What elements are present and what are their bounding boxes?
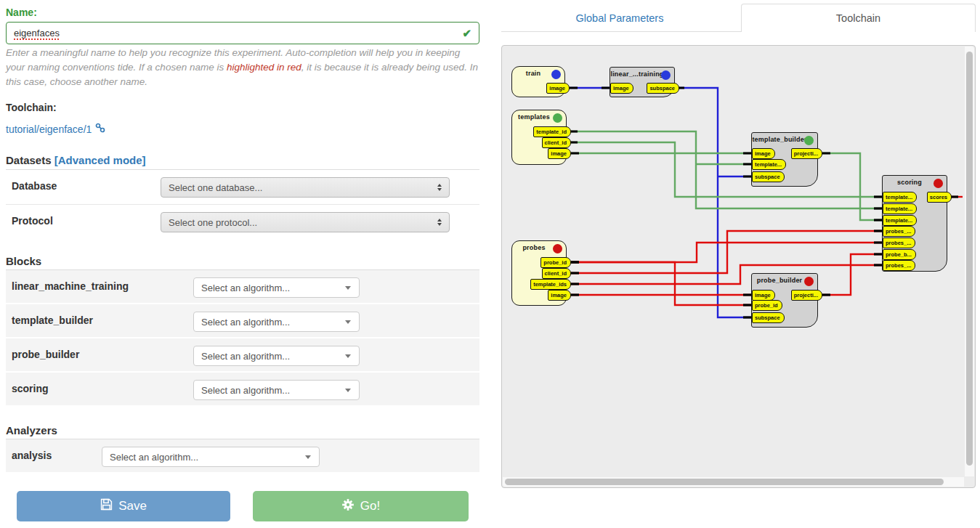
output-port-image: image bbox=[546, 83, 570, 94]
horizontal-scrollbar[interactable] bbox=[503, 477, 964, 487]
output-port-templateid: template_id bbox=[533, 126, 571, 137]
output-port-clientid: client_id bbox=[542, 268, 571, 279]
input-port-image: image bbox=[610, 83, 633, 94]
analyzer-row-analysis: analysis Select an algorithm... bbox=[6, 439, 479, 474]
algorithm-select[interactable]: Select an algorithm... bbox=[193, 346, 360, 366]
block-row-probe-builder: probe_builder Select an algorithm... bbox=[6, 338, 479, 373]
analyzers-header: Analyzers bbox=[6, 424, 57, 436]
horizontal-scrollbar-thumb[interactable] bbox=[505, 479, 944, 485]
help-highlight: highlighted in red bbox=[227, 62, 301, 73]
status-badge-green bbox=[804, 136, 814, 145]
database-label: Database bbox=[12, 180, 57, 192]
tabbar: Global Parameters Toolchain bbox=[501, 4, 976, 32]
go-button[interactable]: Go! bbox=[253, 491, 469, 521]
status-badge-blue bbox=[661, 70, 671, 80]
status-badge-red bbox=[804, 277, 814, 286]
chevron-down-icon bbox=[345, 286, 351, 290]
output-port-image: image bbox=[548, 290, 571, 301]
gear-icon bbox=[341, 498, 355, 515]
block-label: linear_machine_training bbox=[12, 280, 129, 292]
input-port-probeid: probe_id bbox=[752, 300, 782, 311]
input-port-probes: probes_... bbox=[883, 237, 915, 248]
input-port-probes: probes_... bbox=[883, 226, 915, 237]
block-label: template_builder bbox=[12, 314, 93, 326]
analyzer-label: analysis bbox=[12, 450, 52, 461]
name-help-text: Enter a meaningful name to help you reco… bbox=[6, 46, 479, 89]
block-row-linear-machine-training: linear_machine_training Select an algori… bbox=[6, 270, 479, 304]
check-icon: ✔ bbox=[462, 27, 471, 40]
select-updown-icon bbox=[437, 219, 442, 226]
status-badge-blue bbox=[551, 70, 561, 79]
save-button[interactable]: Save bbox=[17, 491, 230, 521]
chevron-down-icon bbox=[345, 389, 351, 392]
database-select[interactable]: Select one database... bbox=[161, 177, 450, 198]
connection-line bbox=[570, 142, 882, 197]
protocol-row: Protocol Select one protocol... bbox=[6, 204, 479, 238]
input-port-subspace: subspace bbox=[752, 312, 785, 323]
status-badge-red bbox=[934, 179, 943, 188]
input-port-probes: probes_... bbox=[883, 260, 915, 271]
tab-global-parameters[interactable]: Global Parameters bbox=[501, 4, 738, 32]
chevron-down-icon bbox=[305, 455, 311, 459]
algorithm-select[interactable]: Select an algorithm... bbox=[193, 312, 360, 332]
toolchain-link[interactable]: tutorial/eigenface/1 bbox=[6, 123, 105, 135]
block-row-scoring: scoring Select an algorithm... bbox=[6, 373, 479, 407]
algorithm-select[interactable]: Select an algorithm... bbox=[193, 277, 360, 298]
connection-line bbox=[822, 153, 882, 220]
tab-toolchain[interactable]: Toolchain bbox=[741, 4, 976, 32]
connection-line bbox=[822, 254, 882, 295]
input-port-template: template... bbox=[883, 203, 917, 214]
block-label: probe_builder bbox=[12, 349, 79, 360]
input-port-image: image bbox=[752, 290, 775, 301]
vertical-scrollbar[interactable] bbox=[965, 46, 974, 476]
link-icon bbox=[95, 123, 105, 135]
input-port-template: template... bbox=[752, 159, 786, 170]
experiment-form: Name: eigenfaces ✔ Enter a meaningful na… bbox=[6, 0, 479, 528]
blocks-header: Blocks bbox=[6, 255, 41, 267]
database-row: Database Select one database... bbox=[6, 170, 479, 204]
output-port-image: image bbox=[548, 148, 571, 159]
name-label: Name: bbox=[6, 7, 37, 18]
input-port-image: image bbox=[752, 148, 775, 159]
status-badge-green bbox=[553, 113, 562, 123]
connection-line bbox=[571, 231, 882, 273]
output-port-projecti: projecti... bbox=[791, 290, 822, 301]
block-label: scoring bbox=[12, 383, 49, 394]
input-port-probeb: probe_b... bbox=[883, 249, 916, 260]
protocol-label: Protocol bbox=[12, 215, 53, 227]
chevron-down-icon bbox=[345, 320, 351, 324]
advanced-mode-link[interactable]: [Advanced mode] bbox=[54, 154, 146, 166]
status-badge-red bbox=[553, 244, 562, 253]
floppy-icon bbox=[100, 498, 113, 514]
protocol-select[interactable]: Select one protocol... bbox=[161, 212, 450, 232]
vertical-scrollbar-thumb[interactable] bbox=[966, 52, 973, 466]
input-port-template: template... bbox=[883, 192, 917, 203]
algorithm-select[interactable]: Select an algorithm... bbox=[193, 380, 360, 400]
toolchain-canvas-panel: trainimagelinear_...trainingimagesubspac… bbox=[501, 45, 976, 488]
name-input[interactable]: eigenfaces ✔ bbox=[6, 22, 479, 44]
block-row-template-builder: template_builder Select an algorithm... bbox=[6, 304, 479, 338]
select-updown-icon bbox=[437, 184, 442, 191]
toolchain-canvas[interactable]: trainimagelinear_...trainingimagesubspac… bbox=[502, 46, 965, 477]
toolchain-preview-panel: Global Parameters Toolchain trainimageli… bbox=[501, 0, 976, 528]
datasets-header: Datasets [Advanced mode] bbox=[6, 154, 146, 166]
input-port-template: template... bbox=[883, 215, 917, 226]
output-port-probeid: probe_id bbox=[540, 257, 571, 268]
output-port-clientid: client_id bbox=[542, 137, 571, 148]
output-port-templateids: template_ids bbox=[530, 279, 571, 290]
output-port-scores: scores bbox=[927, 192, 952, 203]
name-value: eigenfaces bbox=[14, 28, 60, 38]
output-port-projecti: projecti... bbox=[791, 148, 822, 159]
toolchain-label: Toolchain: bbox=[6, 102, 57, 113]
algorithm-select[interactable]: Select an algorithm... bbox=[102, 447, 320, 467]
chevron-down-icon bbox=[345, 354, 351, 358]
input-port-subspace: subspace bbox=[752, 171, 785, 182]
output-port-subspace: subspace bbox=[647, 83, 679, 94]
